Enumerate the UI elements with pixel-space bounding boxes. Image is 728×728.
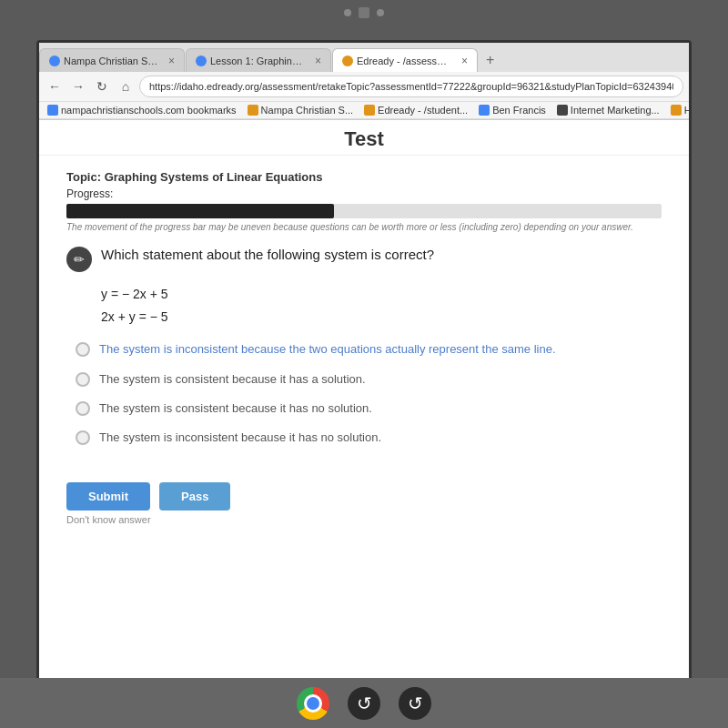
question-block: ✏ Which statement about the following sy… (66, 245, 662, 272)
refresh-icon-2[interactable]: ↺ (399, 687, 431, 720)
tab-favicon-1 (49, 56, 60, 66)
bookmark-2-label: Edready - /student... (378, 105, 468, 116)
tab-bar: Nampa Christian School × Lesson 1: Graph… (39, 43, 689, 72)
answer-option-1[interactable]: The system is inconsistent because the t… (76, 341, 662, 358)
topic-line: Topic: Graphing Systems of Linear Equati… (66, 170, 662, 184)
home-button[interactable]: ⌂ (116, 76, 136, 96)
tab-favicon-3 (342, 56, 353, 66)
test-header: Test (39, 120, 689, 156)
equations: y = − 2x + 5 2x + y = − 5 (101, 283, 662, 329)
dont-know-label: Don't know answer (66, 514, 689, 525)
address-bar-row: ← → ↻ ⌂ (39, 72, 689, 102)
page-content: Test Topic: Graphing Systems of Linear E… (39, 120, 689, 525)
answer-text-1: The system is inconsistent because the t… (99, 341, 556, 358)
bookmark-5-label: Honoring God With... (684, 105, 689, 116)
taskbar: ↺ ↺ (0, 678, 728, 728)
bookmark-3[interactable]: Ben Francis (476, 104, 549, 116)
pass-button[interactable]: Pass (159, 482, 230, 511)
reload-button[interactable]: ↻ (92, 76, 112, 96)
question-text: Which statement about the following syst… (101, 245, 434, 264)
bookmark-0-label: nampachristianschools.com bookmarks (61, 105, 237, 116)
topic-label: Topic: (66, 170, 101, 184)
answer-option-4[interactable]: The system is inconsistent because it ha… (76, 430, 662, 446)
progress-bar-bg (66, 204, 662, 218)
top-decoration (344, 0, 384, 22)
tab-2-title: Lesson 1: Graphing Systems of L (210, 56, 308, 66)
forward-button[interactable]: → (68, 76, 88, 96)
bookmark-3-label: Ben Francis (492, 105, 546, 116)
equation-1: y = − 2x + 5 (101, 283, 662, 306)
bookmark-1-label: Nampa Christian S... (261, 105, 353, 116)
radio-2[interactable] (76, 372, 90, 387)
back-button[interactable]: ← (45, 76, 65, 96)
new-tab-button[interactable]: + (479, 48, 501, 72)
question-container: Topic: Graphing Systems of Linear Equati… (39, 156, 689, 468)
answer-option-3[interactable]: The system is consistent because it has … (76, 400, 662, 417)
browser-screen: Nampa Christian School × Lesson 1: Graph… (36, 40, 692, 728)
radio-1[interactable] (76, 342, 90, 357)
bookmark-4[interactable]: Internet Marketing... (554, 104, 662, 116)
topic-value: Graphing Systems of Linear Equations (105, 170, 323, 184)
progress-note: The movement of the progress bar may be … (66, 222, 662, 232)
radio-3[interactable] (76, 401, 90, 416)
tab-2[interactable]: Lesson 1: Graphing Systems of L × (186, 48, 331, 72)
address-input[interactable] (139, 76, 683, 97)
bookmarks-bar: nampachristianschools.com bookmarks Namp… (39, 102, 689, 119)
answers: The system is inconsistent because the t… (76, 341, 662, 446)
pencil-icon: ✏ (66, 247, 92, 272)
progress-label: Progress: (66, 187, 662, 200)
bookmark-2[interactable]: Edready - /student... (361, 104, 470, 116)
chrome-icon[interactable] (297, 687, 329, 720)
equation-2: 2x + y = − 5 (101, 306, 662, 329)
answer-option-2[interactable]: The system is consistent because it has … (76, 371, 662, 388)
tab-1-close[interactable]: × (168, 55, 175, 67)
refresh-icon-1[interactable]: ↺ (348, 687, 380, 720)
tab-1-title: Nampa Christian School (64, 56, 161, 66)
bookmark-1[interactable]: Nampa Christian S... (245, 104, 356, 116)
tab-2-close[interactable]: × (315, 55, 321, 67)
laptop-frame: Nampa Christian School × Lesson 1: Graph… (0, 0, 728, 728)
tab-3-close[interactable]: × (461, 55, 468, 67)
answer-text-4: The system is inconsistent because it ha… (99, 430, 381, 446)
browser-chrome: Nampa Christian School × Lesson 1: Graph… (39, 43, 689, 120)
tab-favicon-2 (196, 56, 207, 66)
bookmark-0[interactable]: nampachristianschools.com bookmarks (45, 104, 239, 116)
answer-text-2: The system is consistent because it has … (99, 371, 366, 388)
submit-button[interactable]: Submit (66, 482, 150, 511)
tab-3-title: Edready - /assessment/retakeTo (357, 56, 454, 66)
progress-bar-fill (66, 204, 334, 218)
bookmark-5[interactable]: Honoring God With... (668, 104, 689, 116)
radio-4[interactable] (76, 430, 90, 445)
bookmark-4-label: Internet Marketing... (571, 105, 660, 116)
tab-3[interactable]: Edready - /assessment/retakeTo × (332, 48, 478, 72)
button-row: Submit Pass (66, 482, 662, 511)
answer-text-3: The system is consistent because it has … (99, 400, 372, 417)
tab-1[interactable]: Nampa Christian School × (39, 48, 185, 72)
